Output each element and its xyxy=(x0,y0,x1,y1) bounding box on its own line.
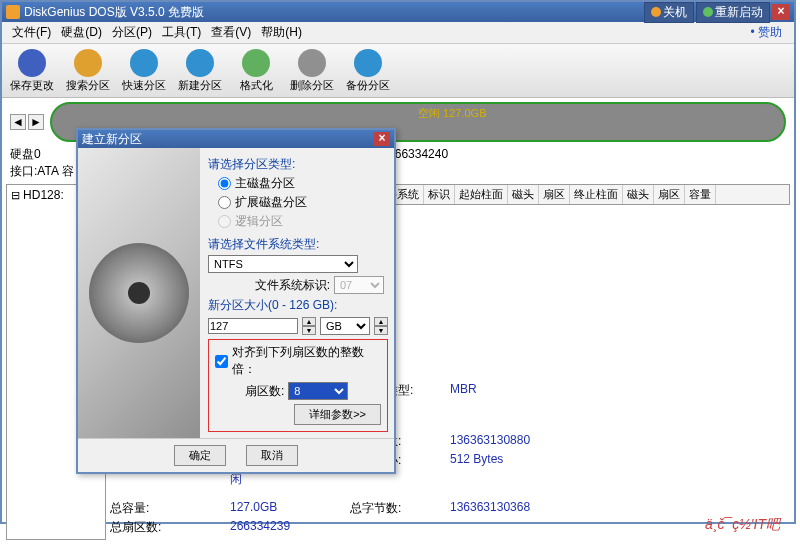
disk-next[interactable]: ► xyxy=(28,114,44,130)
hdd-icon xyxy=(89,243,189,343)
window-title: DiskGenius DOS版 V3.5.0 免费版 xyxy=(24,4,204,21)
interface-label: 接口:ATA 容 xyxy=(10,164,74,178)
menu-item[interactable]: 分区(P) xyxy=(108,22,156,43)
quick-partition[interactable]: 快速分区 xyxy=(120,49,168,93)
sector-select[interactable]: 8 xyxy=(288,382,348,400)
align-checkbox[interactable]: 对齐到下列扇区数的整数倍： xyxy=(215,344,381,378)
partition-table-header: 文件系统标识起始柱面磁头扇区终止柱面磁头扇区容量 xyxy=(370,184,790,205)
dialog-close[interactable]: × xyxy=(374,132,390,146)
fsid-select: 07 xyxy=(334,276,384,294)
radio-primary[interactable]: 主磁盘分区 xyxy=(218,175,388,192)
search-partition[interactable]: 搜索分区 xyxy=(64,49,112,93)
unit-select[interactable]: GB xyxy=(320,317,370,335)
app-icon xyxy=(6,5,20,19)
unit-up[interactable]: ▲ xyxy=(374,317,388,326)
size-down[interactable]: ▼ xyxy=(302,326,316,335)
disk-label: 硬盘0 xyxy=(10,146,41,163)
menu-item[interactable]: 查看(V) xyxy=(207,22,255,43)
free-space-label: 空闲 127.0GB xyxy=(418,106,486,121)
menu-item[interactable]: 硬盘(D) xyxy=(57,22,106,43)
format[interactable]: 格式化 xyxy=(232,49,280,93)
dialog-image xyxy=(78,148,200,438)
close-button[interactable]: × xyxy=(772,4,790,20)
column-header[interactable]: 容量 xyxy=(685,185,716,204)
new-partition-dialog: 建立新分区 × 请选择分区类型: 主磁盘分区 扩展磁盘分区 逻辑分区 请选择文件… xyxy=(76,128,396,474)
dialog-title: 建立新分区 xyxy=(82,131,142,148)
ok-button[interactable]: 确定 xyxy=(174,445,226,466)
column-header[interactable]: 磁头 xyxy=(623,185,654,204)
shutdown-button[interactable]: 关机 xyxy=(644,2,694,23)
sponsor-link[interactable]: • 赞助 xyxy=(750,24,788,41)
title-bar: DiskGenius DOS版 V3.5.0 免费版 关机 重新启动 × xyxy=(2,2,794,22)
radio-extended[interactable]: 扩展磁盘分区 xyxy=(218,194,388,211)
detail-button[interactable]: 详细参数>> xyxy=(294,404,381,425)
unit-down[interactable]: ▼ xyxy=(374,326,388,335)
column-header[interactable]: 磁头 xyxy=(508,185,539,204)
menu-item[interactable]: 帮助(H) xyxy=(257,22,306,43)
size-up[interactable]: ▲ xyxy=(302,317,316,326)
backup-partition[interactable]: 备份分区 xyxy=(344,49,392,93)
filesystem-select[interactable]: NTFS xyxy=(208,255,358,273)
column-header[interactable]: 标识 xyxy=(424,185,455,204)
column-header[interactable]: 起始柱面 xyxy=(455,185,508,204)
menu-item[interactable]: 文件(F) xyxy=(8,22,55,43)
menu-bar: 文件(F)硬盘(D)分区(P)工具(T)查看(V)帮助(H) • 赞助 xyxy=(2,22,794,44)
column-header[interactable]: 扇区 xyxy=(654,185,685,204)
save-changes[interactable]: 保存更改 xyxy=(8,49,56,93)
column-header[interactable]: 扇区 xyxy=(539,185,570,204)
new-partition[interactable]: 新建分区 xyxy=(176,49,224,93)
radio-logical: 逻辑分区 xyxy=(218,213,388,230)
align-box: 对齐到下列扇区数的整数倍： 扇区数: 8 详细参数>> xyxy=(208,339,388,432)
menu-item[interactable]: 工具(T) xyxy=(158,22,205,43)
toolbar: 保存更改搜索分区快速分区新建分区格式化删除分区备份分区 xyxy=(2,44,794,98)
delete-partition[interactable]: 删除分区 xyxy=(288,49,336,93)
restart-button[interactable]: 重新启动 xyxy=(696,2,770,23)
disk-prev[interactable]: ◄ xyxy=(10,114,26,130)
cancel-button[interactable]: 取消 xyxy=(246,445,298,466)
watermark: ä¸č¯ç½'IT吧 xyxy=(705,516,780,534)
column-header[interactable]: 终止柱面 xyxy=(570,185,623,204)
size-input[interactable] xyxy=(208,318,298,334)
